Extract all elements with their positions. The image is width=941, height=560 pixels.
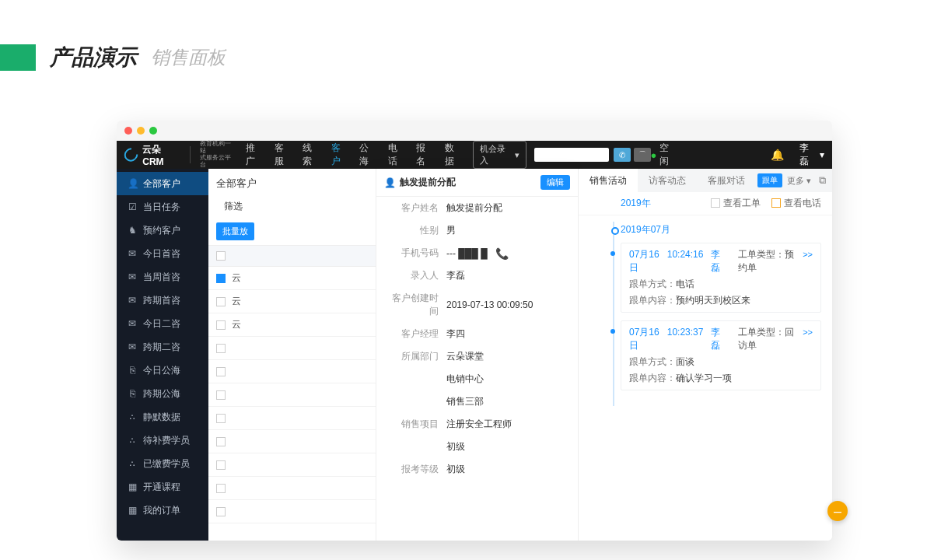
card-more-link[interactable]: >> [803, 327, 813, 337]
divider [190, 146, 191, 163]
call-hangup-button[interactable]: ⌒ [634, 148, 651, 162]
sidebar-item-13[interactable]: ▦开通课程 [117, 475, 208, 499]
row-checkbox[interactable] [216, 437, 226, 446]
nav-item-6[interactable]: 报名 [416, 142, 433, 168]
timeline-year[interactable]: 2019年 [621, 197, 651, 210]
table-row[interactable] [208, 407, 376, 430]
field-value: 触发提前分配 [446, 201, 502, 215]
row-checkbox[interactable] [216, 367, 226, 376]
nav-item-0[interactable]: 推广 [246, 142, 263, 168]
sidebar-item-label: 预约客户 [143, 224, 180, 237]
checkbox-label: 查看电话 [784, 198, 821, 208]
sidebar-item-14[interactable]: ▦我的订单 [117, 499, 208, 522]
sidebar-item-6[interactable]: ✉今日二咨 [117, 312, 208, 335]
sidebar-item-7[interactable]: ✉跨期二咨 [117, 335, 208, 359]
table-row[interactable]: 云 [208, 290, 376, 313]
view-workorder-checkbox[interactable]: 查看工单 [711, 197, 761, 210]
more-link[interactable]: 更多 ▾ [787, 175, 811, 187]
popout-icon[interactable]: ⧉ [819, 174, 826, 187]
detail-field: 性别男 [376, 219, 578, 242]
edit-button[interactable]: 编辑 [540, 175, 570, 190]
sidebar-item-10[interactable]: ⛬静默数据 [117, 405, 208, 429]
nav-item-2[interactable]: 线索 [303, 142, 320, 168]
phone-icon[interactable]: 📞 [495, 247, 509, 260]
sidebar-item-11[interactable]: ⛬待补费学员 [117, 429, 208, 452]
table-row[interactable] [208, 453, 376, 477]
user-menu[interactable]: 李磊 ▾ [799, 142, 824, 168]
field-value: 电销中心 [446, 373, 484, 386]
sidebar-icon: ✉ [128, 271, 137, 282]
sidebar-icon: ⎘ [128, 365, 137, 376]
sidebar-item-9[interactable]: ⎘跨期公海 [117, 382, 208, 405]
sidebar-item-0[interactable]: 👤全部客户 [117, 172, 208, 195]
card-type: 工单类型：预约单 [738, 248, 795, 275]
minimize-icon[interactable] [137, 127, 145, 135]
detail-field: 销售三部 [376, 390, 578, 413]
bulk-action-button[interactable]: 批量放 [216, 222, 254, 240]
search-input[interactable] [534, 148, 609, 162]
call-phone-button[interactable]: ✆ [614, 148, 631, 162]
sidebar-item-3[interactable]: ✉今日首咨 [117, 242, 208, 265]
checkbox-label: 查看工单 [723, 198, 761, 208]
field-label: 客户经理 [384, 327, 439, 341]
sidebar-item-8[interactable]: ⎘今日公海 [117, 359, 208, 382]
nav-item-7[interactable]: 数据 [445, 142, 462, 168]
field-value: --- ███ █ [446, 248, 488, 259]
follow-up-button[interactable]: 跟单 [757, 173, 782, 187]
timeline-tab-2[interactable]: 客服对话 [697, 169, 756, 192]
timeline-tab-tools: 跟单 更多 ▾ ⧉ [757, 173, 832, 187]
detail-field: 手机号码--- ███ █📞 [376, 242, 578, 264]
sidebar-item-label: 静默数据 [143, 411, 180, 424]
sidebar-item-label: 当日任务 [143, 201, 180, 214]
select-all-checkbox[interactable] [216, 251, 226, 261]
table-row[interactable] [208, 337, 376, 360]
sidebar-icon: ⛬ [128, 435, 137, 446]
timeline-line [613, 222, 614, 406]
row-checkbox[interactable] [216, 484, 226, 493]
status-text[interactable]: 空闲 [659, 142, 677, 168]
table-row[interactable]: 云 [208, 313, 376, 337]
nav-item-1[interactable]: 客服 [275, 142, 292, 168]
opportunity-entry-button[interactable]: 机会录入 ▾ [473, 141, 526, 169]
card-more-link[interactable]: >> [803, 250, 813, 259]
sidebar-item-1[interactable]: ☑当日任务 [117, 195, 208, 219]
row-checkbox[interactable] [216, 320, 226, 330]
row-checkbox[interactable] [216, 297, 226, 306]
field-label: 所属部门 [384, 350, 439, 363]
timeline-tab-0[interactable]: 销售活动 [579, 169, 638, 192]
timeline-card: 07月16日10:23:37李磊工单类型：回访单>>跟单方式：面谈跟单内容：确认… [621, 320, 821, 390]
sidebar-icon: 👤 [128, 178, 137, 189]
maximize-icon[interactable] [149, 127, 157, 135]
row-checkbox[interactable] [216, 390, 226, 400]
sidebar-item-4[interactable]: ✉当周首咨 [117, 265, 208, 289]
minimize-fab[interactable]: – [827, 501, 848, 521]
table-row[interactable] [208, 477, 376, 500]
row-checkbox[interactable] [216, 274, 226, 283]
sidebar-icon: ✉ [128, 341, 137, 352]
row-checkbox[interactable] [216, 414, 226, 423]
view-call-checkbox[interactable]: 查看电话 [771, 197, 821, 210]
row-checkbox[interactable] [216, 344, 226, 353]
table-row[interactable] [208, 383, 376, 407]
table-row[interactable]: 云 [208, 267, 376, 290]
bell-icon[interactable]: 🔔 [771, 149, 784, 161]
nav-item-3[interactable]: 客户 [331, 142, 348, 168]
close-icon[interactable] [124, 127, 132, 135]
row-checkbox[interactable] [216, 507, 226, 516]
table-row[interactable] [208, 500, 376, 523]
table-row[interactable] [208, 430, 376, 453]
timeline-tab-1[interactable]: 访客动态 [638, 169, 697, 192]
nav-item-5[interactable]: 电话 [388, 142, 405, 168]
filter-label[interactable]: 筛选 [208, 194, 376, 219]
nav-item-4[interactable]: 公海 [359, 142, 376, 168]
row-checkbox[interactable] [216, 460, 226, 470]
sidebar-item-2[interactable]: ♞预约客户 [117, 219, 208, 242]
table-header [208, 245, 376, 267]
sidebar-icon: ⎘ [128, 388, 137, 399]
timeline-month: 2019年07月 [621, 223, 821, 236]
table-row[interactable] [208, 360, 376, 383]
field-label: 报考等级 [384, 463, 439, 476]
field-value: 初级 [446, 463, 465, 476]
sidebar-item-12[interactable]: ⛬已缴费学员 [117, 452, 208, 475]
sidebar-item-5[interactable]: ✉跨期首咨 [117, 289, 208, 312]
